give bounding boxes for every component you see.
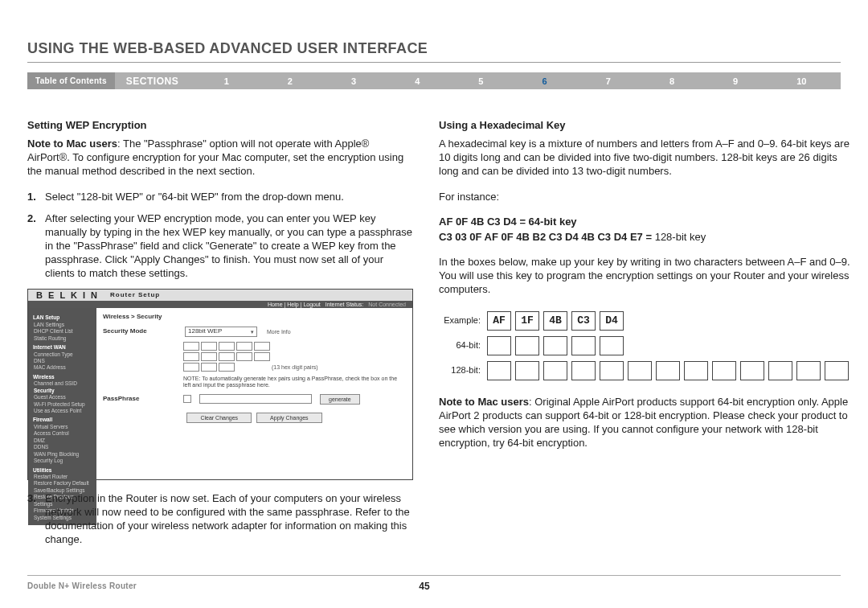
key-box-128[interactable] xyxy=(684,361,708,380)
key-box-128[interactable] xyxy=(628,361,652,380)
key-box-128[interactable] xyxy=(543,361,567,380)
generate-button[interactable]: generate xyxy=(320,394,360,405)
side-item[interactable]: DMZ xyxy=(33,438,92,444)
label-64bit: 64-bit: xyxy=(439,339,487,351)
nav-2[interactable]: 2 xyxy=(288,76,293,86)
key-box-64[interactable] xyxy=(600,336,624,355)
hex-box[interactable] xyxy=(201,342,217,351)
router-note-text: To automatically generate hex pairs usin… xyxy=(183,376,397,388)
side-item[interactable]: Virtual Servers xyxy=(33,424,92,430)
side-item[interactable]: Guest Access xyxy=(33,394,92,401)
router-meta-links[interactable]: Home | Help | Logout xyxy=(268,301,321,308)
example-64bit: AF 0F 4B C3 D4 = 64-bit key xyxy=(439,216,577,228)
for-instance: For instance: xyxy=(439,190,853,203)
hex-box[interactable] xyxy=(236,342,252,351)
key-box-128[interactable] xyxy=(825,361,849,380)
side-item[interactable]: Security Log xyxy=(33,458,92,464)
passphrase-checkbox[interactable] xyxy=(183,395,191,403)
key-box-128[interactable] xyxy=(712,361,736,380)
nav-toc[interactable]: Table of Contents xyxy=(27,72,115,89)
nav-3[interactable]: 3 xyxy=(351,76,356,86)
side-item[interactable]: DDNS xyxy=(33,444,92,450)
side-item[interactable]: DHCP Client List xyxy=(33,328,92,335)
example-box: AF xyxy=(487,311,511,331)
router-setup-label: Router Setup xyxy=(110,291,160,300)
key-box-128[interactable] xyxy=(740,361,764,380)
key-box-128[interactable] xyxy=(515,361,539,380)
side-item[interactable]: Restore Factory Default xyxy=(33,480,92,487)
router-screenshot: B E L K I N Router Setup Home | Help | L… xyxy=(27,289,413,480)
example-box: C3 xyxy=(571,311,596,331)
nav-8[interactable]: 8 xyxy=(669,76,674,86)
step-num-1: 1. xyxy=(27,190,36,203)
side-item[interactable]: LAN Settings xyxy=(33,322,92,328)
side-item[interactable]: Access Control xyxy=(33,430,92,437)
security-mode-select[interactable]: 128bit WEP ▾ xyxy=(185,327,257,337)
page-title: USING THE WEB-BASED ADVANCED USER INTERF… xyxy=(27,40,841,57)
hex-paragraph-1: A hexadecimal key is a mixture of number… xyxy=(439,137,853,178)
side-item[interactable]: Channel and SSID xyxy=(33,380,92,387)
clear-changes-button[interactable]: Clear Changes xyxy=(186,413,252,423)
key-box-64[interactable] xyxy=(515,336,539,355)
side-item[interactable]: Static Routing xyxy=(33,335,92,342)
hex-box[interactable] xyxy=(201,363,217,372)
footer-page-number: 45 xyxy=(419,581,429,592)
key-box-128[interactable] xyxy=(571,361,596,380)
key-box-128[interactable] xyxy=(796,361,821,380)
side-grp-wan: Internet WAN xyxy=(33,344,92,351)
nav-1[interactable]: 1 xyxy=(224,76,229,86)
hex-box[interactable] xyxy=(219,352,235,361)
left-heading: Setting WEP Encryption xyxy=(27,118,413,132)
key-entry-grid: Example: AF 1F 4B C3 D4 64-bit: 128-bit xyxy=(439,311,853,380)
hex-box[interactable] xyxy=(219,342,235,351)
side-item[interactable]: DNS xyxy=(33,358,92,364)
passphrase-input[interactable] xyxy=(199,394,312,404)
hex-box[interactable] xyxy=(254,352,270,361)
step-1: Select "128-bit WEP" or "64-bit WEP" fro… xyxy=(45,191,344,203)
nav-7[interactable]: 7 xyxy=(606,76,611,86)
chevron-down-icon: ▾ xyxy=(251,328,254,335)
router-crumb: Wireless > Security xyxy=(103,313,406,322)
more-info-link[interactable]: More Info xyxy=(267,328,291,335)
footer-product: Double N+ Wireless Router xyxy=(27,581,137,590)
nav-10[interactable]: 10 xyxy=(796,76,806,86)
step-num-2: 2. xyxy=(27,212,36,225)
side-item[interactable]: Use as Access Point xyxy=(33,408,92,414)
key-box-64[interactable] xyxy=(571,336,596,355)
final-note-label: Note to Mac users xyxy=(439,396,529,408)
side-item[interactable]: WAN Ping Blocking xyxy=(33,451,92,458)
hex-box[interactable] xyxy=(183,363,199,372)
side-item[interactable]: Restart Router xyxy=(33,474,92,480)
side-item-security[interactable]: Security xyxy=(33,388,92,394)
right-heading: Using a Hexadecimal Key xyxy=(439,118,853,132)
key-box-128[interactable] xyxy=(487,361,511,380)
key-box-128[interactable] xyxy=(600,361,624,380)
security-mode-value: 128bit WEP xyxy=(188,327,222,336)
hex-box[interactable] xyxy=(236,352,252,361)
label-128bit: 128-bit: xyxy=(439,364,487,376)
side-item[interactable]: MAC Address xyxy=(33,364,92,371)
key-box-64[interactable] xyxy=(487,336,511,355)
nav-6[interactable]: 6 xyxy=(542,76,547,86)
passphrase-label: PassPhrase xyxy=(103,395,175,404)
step-2: After selecting your WEP encryption mode… xyxy=(45,212,412,280)
apply-changes-button[interactable]: Apply Changes xyxy=(256,413,321,423)
nav-4[interactable]: 4 xyxy=(415,76,420,86)
key-box-64[interactable] xyxy=(543,336,567,355)
hex-box[interactable] xyxy=(254,342,270,351)
side-item[interactable]: Wi-Fi Protected Setup xyxy=(33,401,92,408)
side-grp-utilities: Utilities xyxy=(33,467,92,474)
hex-box[interactable] xyxy=(201,352,217,361)
hex-box[interactable] xyxy=(183,342,199,351)
router-brand: B E L K I N xyxy=(36,290,99,302)
router-note-label: NOTE: xyxy=(183,376,200,381)
key-box-128[interactable] xyxy=(656,361,680,380)
key-box-128[interactable] xyxy=(768,361,792,380)
hex-box[interactable] xyxy=(219,363,235,372)
example-box: D4 xyxy=(600,311,624,331)
nav-5[interactable]: 5 xyxy=(478,76,483,86)
side-item[interactable]: Connection Type xyxy=(33,351,92,358)
nav-9[interactable]: 9 xyxy=(733,76,738,86)
nav-sections-label: SECTIONS xyxy=(115,72,190,89)
hex-box[interactable] xyxy=(183,352,199,361)
